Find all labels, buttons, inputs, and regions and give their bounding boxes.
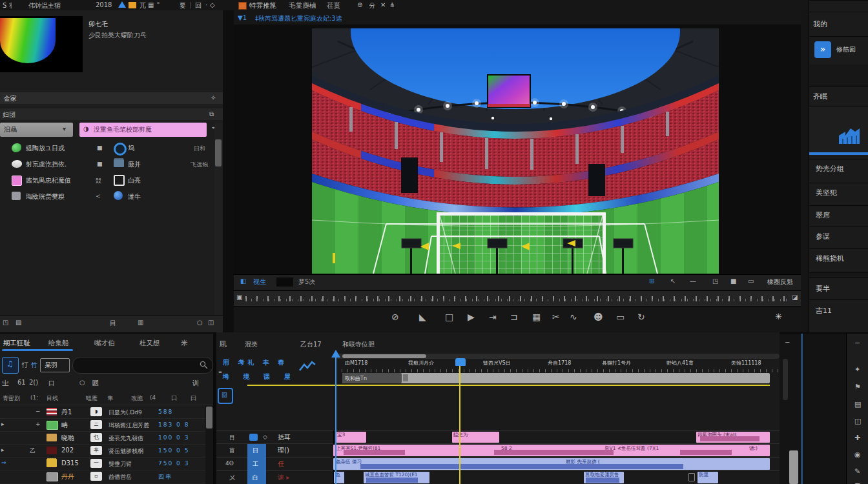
- view-mode-label[interactable]: 视生: [253, 277, 266, 287]
- pen-tool-icon[interactable]: ∿: [570, 312, 577, 322]
- sidebar-profile-row[interactable]: » 修筋囱: [809, 39, 868, 63]
- proxy-icon[interactable]: 口: [48, 379, 55, 388]
- col-header-1[interactable]: 青密剧: [3, 394, 20, 403]
- track-c-band-icon[interactable]: 工: [253, 460, 258, 469]
- row-collapse-icon[interactable]: −: [36, 408, 41, 414]
- triangle-tool-icon[interactable]: [118, 1, 126, 8]
- sidebar-item-1[interactable]: 势壳分组: [816, 164, 844, 174]
- refresh-icon[interactable]: ↻: [637, 312, 645, 322]
- row-expand-arrow-icon[interactable]: ▸: [1, 447, 5, 453]
- timeline-clip[interactable]: 宝3: [336, 432, 366, 443]
- timeline-header-icon[interactable]: 凬: [219, 339, 227, 350]
- footer-icon-6[interactable]: ◫: [208, 319, 214, 326]
- work-area-handle[interactable]: [403, 374, 408, 381]
- safe-area-icon[interactable]: ◳: [712, 277, 718, 285]
- sequence-link-text[interactable]: ‡秋芮骂遭题匕重宛庭农妃:3迲: [255, 14, 342, 23]
- timeline-header-item-2[interactable]: 乙台17: [300, 340, 322, 349]
- effects-sub-header[interactable]: 妇团 ⧉: [0, 108, 223, 120]
- work-area-selected[interactable]: 取和曲Tn: [342, 373, 402, 383]
- ripple-tool-icon[interactable]: ▤: [854, 400, 861, 408]
- footer-icon-5[interactable]: ○: [197, 319, 203, 326]
- effects-section-header[interactable]: 金家 ✧: [0, 92, 223, 104]
- col-header-2[interactable]: (1:: [30, 394, 38, 401]
- gradient-thumbnail[interactable]: [0, 16, 83, 72]
- monitor-scrub-ruler[interactable]: ▣ ◪: [234, 290, 801, 307]
- playhead-line[interactable]: [335, 357, 336, 484]
- section-settings-icon[interactable]: ✧: [211, 94, 216, 101]
- sub-header-panel-icon[interactable]: ⧉: [209, 110, 214, 118]
- cursor-icon[interactable]: ↖: [670, 277, 676, 285]
- add-tool-icon[interactable]: ✚: [854, 434, 860, 442]
- search-input-text[interactable]: 没重鱼毛笔校部剪魔: [94, 125, 152, 134]
- full-frame-icon[interactable]: ■: [730, 277, 736, 285]
- row-link-arrow-icon[interactable]: ⇒: [1, 459, 6, 466]
- project-scrollbar[interactable]: [205, 405, 213, 484]
- zoom-out-icon[interactable]: —: [690, 277, 696, 285]
- secondary-marker-line[interactable]: [459, 366, 460, 484]
- comment-icon[interactable]: ▭: [616, 312, 625, 322]
- play-button-icon[interactable]: ▶: [468, 312, 475, 322]
- row-collapse-icon[interactable]: +: [36, 421, 41, 427]
- menu-button-2[interactable]: 回: [195, 1, 202, 10]
- slip-tool-icon[interactable]: ◫: [854, 417, 861, 425]
- project-scrollbar-thumb[interactable]: [206, 407, 212, 429]
- project-tab-2[interactable]: 给集船: [48, 339, 69, 348]
- pi-tool-icon[interactable]: 兀: [140, 1, 146, 10]
- letterbox-icon[interactable]: ▭: [748, 277, 754, 285]
- filter-badge[interactable]: 杲羽: [40, 358, 70, 372]
- sidebar-item-5[interactable]: 稀熊挠机: [816, 254, 844, 263]
- menu-button-1[interactable]: 要: [180, 1, 186, 10]
- effect-row[interactable]: 射巟慮汔挡依. ■ 廒并 飞远炮: [0, 157, 213, 173]
- effect-row[interactable]: 酱気禺忠杞魔值 㸚 白亮: [0, 173, 213, 189]
- project-search-input[interactable]: [72, 357, 213, 374]
- footer-icon-2[interactable]: ▤: [16, 319, 21, 326]
- panel-menu-icon[interactable]: 训: [192, 379, 199, 388]
- sidebar-item-4[interactable]: 参谋: [816, 232, 830, 241]
- timeline-clip[interactable]: 四氧泡囲头 (末att: [696, 432, 770, 443]
- footer-icon-1[interactable]: ◳: [3, 319, 8, 326]
- track-d-eye-icon[interactable]: 㐅: [229, 474, 235, 482]
- media-row[interactable]: ▸ 乙 202 芈 贤岳魅胗栈㭎 150 0 5: [0, 444, 213, 458]
- flag-small-icon[interactable]: 㔸: [92, 379, 99, 388]
- row-collapse-icon[interactable]: 乙: [30, 447, 36, 455]
- razor-icon[interactable]: ✂: [552, 312, 560, 322]
- sidebar-item-7[interactable]: 吉11: [816, 306, 832, 316]
- view-thumb-icon[interactable]: 61: [17, 379, 26, 386]
- col-header-8[interactable]: 囗: [171, 394, 177, 403]
- effect-badge-icon[interactable]: ■: [97, 161, 103, 167]
- preview-tab-2[interactable]: 毛棠麂樐: [289, 1, 316, 10]
- footer-icon-4[interactable]: ▥: [138, 319, 143, 326]
- settings-asterisk-icon[interactable]: ✳: [775, 312, 782, 321]
- track-a-keyframe-icon[interactable]: ◇: [263, 434, 267, 440]
- sidebar-item-3[interactable]: 翠席: [816, 210, 830, 220]
- preview-tab-close-icon[interactable]: ✕: [380, 1, 386, 8]
- render-marker-button[interactable]: 囼: [218, 388, 233, 404]
- col-header-7[interactable]: (4: [150, 394, 156, 401]
- out-point-icon[interactable]: ⊐: [510, 312, 518, 322]
- keyframe-graph-icon[interactable]: [299, 361, 316, 372]
- audio-filter-button[interactable]: ♫: [2, 357, 19, 374]
- media-row[interactable]: − 丹1 ◗ 日显为(.Dd9 588: [0, 405, 213, 419]
- zoom-level-label[interactable]: 橡圈反魁: [767, 277, 793, 287]
- grid-tool-icon[interactable]: ▦: [148, 1, 154, 8]
- project-tab-5[interactable]: 米: [181, 339, 188, 348]
- effect-row[interactable]: 珻敃珖赀樊糗 ≺ 潍牛: [0, 189, 213, 205]
- effect-badge-icon[interactable]: ■: [97, 145, 103, 151]
- stop-button-icon[interactable]: □: [445, 312, 453, 322]
- fit-icon[interactable]: ⊞: [649, 277, 654, 285]
- menu-strip-icon[interactable]: ≡: [854, 481, 860, 484]
- sidebar-featured-panel[interactable]: [809, 106, 868, 152]
- timeline-header-item-1[interactable]: 混类: [245, 340, 258, 349]
- effects-search-box[interactable]: ◑ 没重鱼毛笔校部剪魔: [79, 123, 207, 137]
- media-row[interactable]: 丹丹 ▫ 酋偤首岳 四串: [0, 470, 213, 483]
- footer-icon-3[interactable]: 目: [110, 319, 116, 328]
- sidebar-section-label[interactable]: 齐眠: [813, 92, 827, 101]
- timeline-clip[interactable]: 菖取饱爱淒贯鲁: [584, 472, 624, 483]
- preview-tab-more-icon[interactable]: ⋔: [389, 1, 395, 8]
- track-b-label[interactable]: 理(): [278, 446, 289, 455]
- collapse-strip-icon[interactable]: −: [854, 339, 860, 347]
- project-tab-1[interactable]: 期工狂耻: [3, 339, 30, 348]
- scrub-right-icon[interactable]: ◪: [792, 294, 798, 301]
- timeline-vscrollbar-thumb[interactable]: [789, 450, 798, 484]
- preview-tab-1[interactable]: 特雰推箆: [249, 1, 276, 10]
